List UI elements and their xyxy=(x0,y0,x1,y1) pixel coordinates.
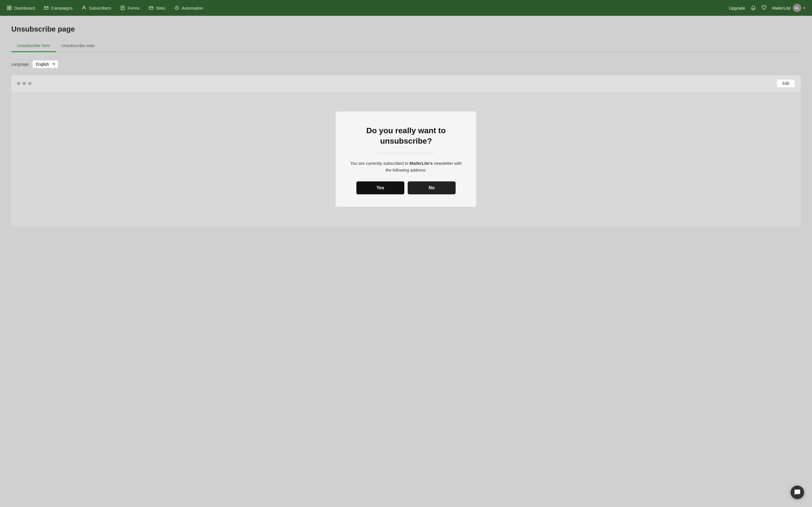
tab-unsubscribe-form[interactable]: Unsubscribe form xyxy=(11,40,56,52)
preview-body: Do you really want to unsubscribe? You a… xyxy=(11,92,801,227)
form-card-description: You are currently subscribed to MailerLi… xyxy=(347,160,465,173)
nav-item-dashboard[interactable]: Dashboard xyxy=(7,5,35,10)
dashboard-icon xyxy=(7,5,12,10)
svg-point-5 xyxy=(83,6,85,8)
traffic-light-1 xyxy=(17,82,20,85)
preview-card-header: Edit xyxy=(11,75,801,92)
automation-icon xyxy=(174,5,179,10)
favorites-button[interactable] xyxy=(762,5,767,10)
language-label: Language xyxy=(11,62,29,66)
chat-icon xyxy=(794,489,801,496)
nav-item-subscribers[interactable]: Subscribers xyxy=(82,5,111,10)
nav-left: Dashboard Campaigns Subscribers xyxy=(7,5,203,10)
svg-rect-1 xyxy=(10,6,11,8)
chat-bubble-button[interactable] xyxy=(791,486,804,499)
tab-unsubscribe-stats[interactable]: Unsubscribe stats xyxy=(56,40,101,52)
nav-item-forms[interactable]: Forms xyxy=(120,5,140,10)
edit-button[interactable]: Edit xyxy=(776,79,795,88)
brand-logo[interactable]: MailerLite ML ▾ xyxy=(772,4,805,12)
svg-rect-3 xyxy=(10,8,11,10)
sites-icon xyxy=(149,5,154,10)
yes-button[interactable]: Yes xyxy=(356,181,404,194)
form-card-divider xyxy=(378,153,434,153)
traffic-light-2 xyxy=(22,82,26,85)
nav-item-sites[interactable]: Sites xyxy=(149,5,165,10)
form-card-buttons: Yes No xyxy=(347,181,465,194)
upgrade-button[interactable]: Upgrade xyxy=(729,6,745,10)
no-button[interactable]: No xyxy=(408,181,456,194)
forms-icon xyxy=(120,5,125,10)
svg-rect-10 xyxy=(149,6,153,9)
traffic-lights xyxy=(17,82,32,85)
nav-item-campaigns[interactable]: Campaigns xyxy=(44,5,72,10)
form-card-title: Do you really want to unsubscribe? xyxy=(347,126,465,146)
traffic-light-3 xyxy=(28,82,32,85)
user-avatar: ML xyxy=(793,4,801,12)
nav-item-automation[interactable]: Automation xyxy=(174,5,203,10)
page-title: Unsubscribe page xyxy=(11,25,801,34)
tabs-container: Unsubscribe form Unsubscribe stats xyxy=(11,40,801,52)
language-row: Language English Spanish French German I… xyxy=(11,60,801,68)
campaigns-icon xyxy=(44,5,49,10)
subscribers-icon xyxy=(82,5,87,10)
nav-right: Upgrade MailerLite ML ▾ xyxy=(729,4,805,12)
top-navigation: Dashboard Campaigns Subscribers xyxy=(0,0,812,16)
chevron-down-icon: ▾ xyxy=(804,6,805,10)
notifications-button[interactable] xyxy=(751,5,756,10)
language-select[interactable]: English Spanish French German Italian xyxy=(32,60,58,68)
page-container: Unsubscribe page Unsubscribe form Unsubs… xyxy=(0,16,812,507)
unsubscribe-form-card: Do you really want to unsubscribe? You a… xyxy=(336,111,476,207)
preview-card: Edit Do you really want to unsubscribe? … xyxy=(11,75,801,227)
svg-rect-2 xyxy=(7,8,9,10)
svg-rect-0 xyxy=(7,6,9,8)
